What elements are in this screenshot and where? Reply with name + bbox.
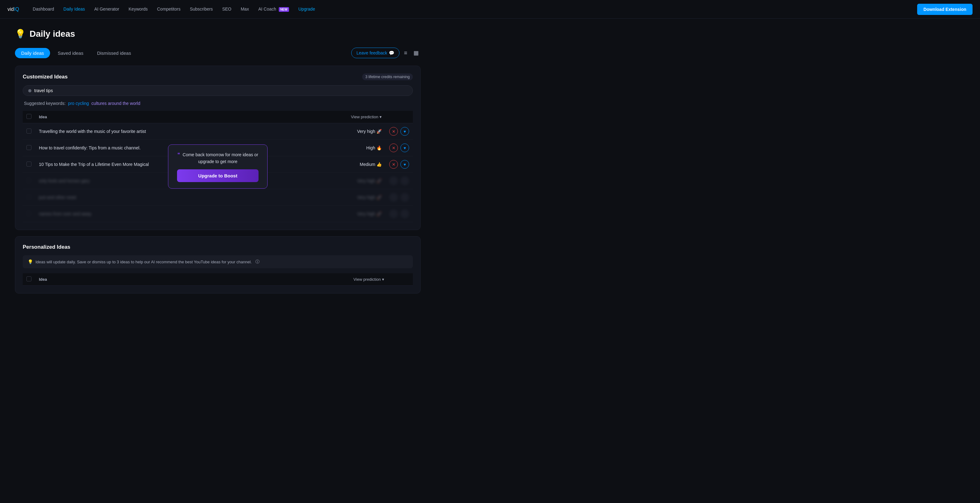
row4-actions xyxy=(385,173,413,189)
row4-prediction: Very high 🚀 xyxy=(317,173,385,189)
row4-checkbox xyxy=(27,178,32,183)
pth-prediction[interactable]: View prediction ▾ xyxy=(320,273,388,286)
personalized-ideas-table: Idea View prediction ▾ xyxy=(23,273,413,286)
pth-actions xyxy=(388,273,413,286)
nav-ai-generator[interactable]: AI Generator xyxy=(91,5,123,13)
personalized-table-header: Idea View prediction ▾ xyxy=(23,273,413,286)
tab-dismissed-ideas[interactable]: Dismissed ideas xyxy=(91,48,137,58)
upgrade-to-boost-button[interactable]: Upgrade to Boost xyxy=(177,169,259,182)
upgrade-popup-text: ❝ Come back tomorrow for more ideas or u… xyxy=(177,151,259,165)
page-title: 💡 Daily ideas xyxy=(15,29,421,39)
row4-dot xyxy=(389,177,398,185)
row1-check xyxy=(23,123,35,140)
info-banner: 💡 Ideas will update daily. Save or dismi… xyxy=(23,255,413,268)
customized-ideas-card: Customized Ideas 3 lifetime credits rema… xyxy=(15,66,421,230)
search-clear-icon: ⊗ xyxy=(28,88,32,93)
row5-actions xyxy=(385,189,413,206)
logo-vid: vid xyxy=(8,6,14,12)
page-title-text: Daily ideas xyxy=(30,29,75,39)
row1-dismiss-button[interactable]: ✕ xyxy=(389,127,398,136)
table-row-blurred: names from over and away Very high 🚀 xyxy=(23,206,413,222)
th-check xyxy=(23,111,35,123)
personalized-ideas-card: Personalized Ideas 💡 Ideas will update d… xyxy=(15,236,421,293)
list-view-button[interactable]: ≡ xyxy=(402,48,409,58)
suggested-keywords-label: Suggested keywords: xyxy=(24,101,66,106)
download-extension-button[interactable]: Download Extension xyxy=(917,4,972,15)
row3-dismiss-button[interactable]: ✕ xyxy=(389,160,398,169)
row2-actions: ✕ ♥ xyxy=(385,140,413,156)
row6-dot2 xyxy=(400,210,409,218)
row1-action-btns: ✕ ♥ xyxy=(389,127,409,136)
keyword-pro-cycling[interactable]: pro cycling xyxy=(68,101,89,106)
page-title-icon: 💡 xyxy=(15,29,26,39)
nav-ai-coach[interactable]: AI Coach NEW xyxy=(255,5,293,14)
personalized-select-all-checkbox[interactable] xyxy=(27,276,32,282)
info-text: Ideas will update daily. Save or dismiss… xyxy=(35,259,252,264)
suggested-keywords-row: Suggested keywords: pro cycling cultures… xyxy=(23,101,413,106)
logo: vidIQ xyxy=(8,6,19,12)
select-all-checkbox[interactable] xyxy=(27,114,32,119)
row5-prediction: Very high 🚀 xyxy=(317,189,385,206)
feedback-button[interactable]: Leave feedback 💬 xyxy=(351,48,400,58)
row6-prediction: Very high 🚀 xyxy=(317,206,385,222)
th-prediction[interactable]: View prediction ▾ xyxy=(317,111,385,123)
row1-checkbox[interactable] xyxy=(27,129,32,134)
row2-checkbox[interactable] xyxy=(27,145,32,150)
nav-daily-ideas[interactable]: Daily Ideas xyxy=(60,5,89,13)
nav-seo[interactable]: SEO xyxy=(218,5,235,13)
row2-check xyxy=(23,140,35,156)
row6-checkbox xyxy=(27,211,32,216)
quote-icon: ❝ xyxy=(177,152,180,157)
row4-dot2 xyxy=(400,177,409,185)
table-row: Travelling the world with the music of y… xyxy=(23,123,413,140)
tab-daily-ideas[interactable]: Daily ideas xyxy=(15,48,50,58)
feedback-icon: 💬 xyxy=(389,51,394,56)
row5-dot2 xyxy=(400,193,409,202)
info-help-icon[interactable]: ⓘ xyxy=(255,259,259,264)
row1-prediction: Very high 🚀 xyxy=(317,123,385,140)
nav-dashboard[interactable]: Dashboard xyxy=(29,5,58,13)
personalized-ideas-title: Personalized Ideas xyxy=(23,244,70,250)
row3-actions: ✕ ♥ xyxy=(385,156,413,173)
info-bulb-icon: 💡 xyxy=(28,259,33,264)
nav-max[interactable]: Max xyxy=(237,5,253,13)
upgrade-popup-message: Come back tomorrow for more ideas or upg… xyxy=(183,152,258,164)
table-header-row: Idea View prediction ▾ xyxy=(23,111,413,123)
tab-saved-ideas[interactable]: Saved ideas xyxy=(51,48,90,58)
row1-idea: Travelling the world with the music of y… xyxy=(35,123,317,140)
row2-action-btns: ✕ ♥ xyxy=(389,143,409,152)
row1-save-button[interactable]: ♥ xyxy=(400,127,409,136)
row2-dismiss-button[interactable]: ✕ xyxy=(389,143,398,152)
row3-prediction: Medium 👍 xyxy=(317,156,385,173)
th-idea: Idea xyxy=(35,111,317,123)
row3-checkbox[interactable] xyxy=(27,162,32,167)
logo-iq: IQ xyxy=(14,6,19,12)
row3-check xyxy=(23,156,35,173)
row3-action-btns: ✕ ♥ xyxy=(389,160,409,169)
table-row-blurred: just and other reset Very high 🚀 xyxy=(23,189,413,206)
row2-prediction: High 🔥 xyxy=(317,140,385,156)
nav-upgrade[interactable]: Upgrade xyxy=(294,5,319,13)
nav-competitors[interactable]: Competitors xyxy=(153,5,184,13)
view-prediction-button[interactable]: View prediction ▾ xyxy=(351,115,382,119)
row6-dot xyxy=(389,210,398,218)
pth-idea: Idea xyxy=(35,273,320,286)
nav-subscribers[interactable]: Subscribers xyxy=(186,5,216,13)
grid-view-button[interactable]: ▦ xyxy=(412,48,421,58)
personalized-card-header: Personalized Ideas xyxy=(23,244,413,250)
row5-checkbox xyxy=(27,194,32,199)
feedback-label: Leave feedback xyxy=(356,51,387,56)
tab-bar: Daily ideas Saved ideas Dismissed ideas … xyxy=(15,48,421,58)
upgrade-popup: ❝ Come back tomorrow for more ideas or u… xyxy=(168,145,267,189)
row5-dot xyxy=(389,193,398,202)
tab-right-actions: Leave feedback 💬 ≡ ▦ xyxy=(351,48,421,58)
row3-save-button[interactable]: ♥ xyxy=(400,160,409,169)
personalized-view-prediction-button[interactable]: View prediction ▾ xyxy=(353,277,384,282)
nav-keywords[interactable]: Keywords xyxy=(125,5,151,13)
keyword-cultures[interactable]: cultures around the world xyxy=(91,101,140,106)
row2-save-button[interactable]: ♥ xyxy=(400,143,409,152)
search-bar[interactable]: ⊗ travel tips xyxy=(23,85,413,96)
row4-action-btns xyxy=(389,177,409,185)
credits-badge: 3 lifetime credits remaining xyxy=(362,73,413,80)
row6-idea: names from over and away xyxy=(35,206,317,222)
